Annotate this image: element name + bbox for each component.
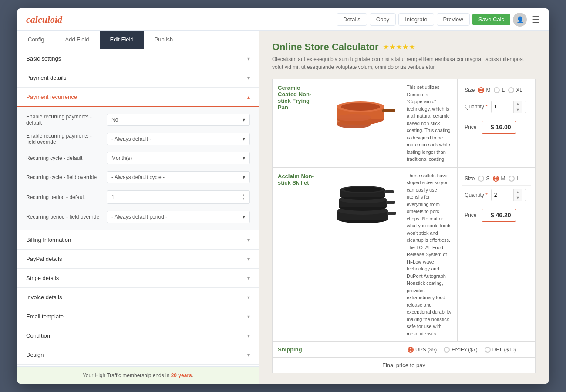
save-button[interactable]: Save Calc <box>472 14 510 25</box>
tab-bar: Config Add Field Edit Field Publish <box>17 31 259 49</box>
qty-field-1[interactable] <box>492 102 513 112</box>
accordion-header-stripe-details[interactable]: Stripe details ▾ <box>17 269 259 287</box>
accordion-label-invoice-details: Invoice details <box>26 294 62 301</box>
radio-s-2[interactable] <box>478 176 484 182</box>
product-table: Ceramic Coated Non-stick Frying Pan <box>272 79 536 373</box>
spinner-recurring-period: ▲ ▼ <box>242 193 245 201</box>
spinner-down[interactable]: ▼ <box>242 197 245 201</box>
tab-config[interactable]: Config <box>17 31 55 49</box>
size-option-l-1[interactable]: L <box>494 87 505 93</box>
radio-m-1[interactable] <box>478 87 484 93</box>
size-option-m-1[interactable]: M <box>478 87 490 93</box>
calc-title: Online Store Calculator ★★★★★ <box>272 41 536 53</box>
size-control-2: Size S M <box>462 172 531 186</box>
form-label-enable-recurring-override: Enable recurring payments - field overri… <box>26 133 102 145</box>
form-select-recurring-cycle-default[interactable]: Month(s) ▾ <box>107 152 250 164</box>
accordion-invoice-details: Invoice details ▾ <box>17 288 259 307</box>
accordion-label-paypal-details: PayPal details <box>26 256 62 262</box>
svg-point-20 <box>344 187 382 192</box>
product-desc-1: This set utilizes Concord's "Copperamic"… <box>402 79 457 168</box>
chevron-down-icon-3: ▾ <box>243 155 245 161</box>
accordion-header-invoice-details[interactable]: Invoice details ▾ <box>17 288 259 307</box>
radio-m-2[interactable] <box>493 176 499 182</box>
accordion-design: Design ▾ <box>17 345 259 365</box>
svg-rect-11 <box>387 212 396 215</box>
qty-field-2[interactable] <box>492 190 513 200</box>
qty-input-1[interactable]: ▲ ▼ <box>491 101 526 113</box>
chevron-down-icon-5: ▾ <box>243 214 245 220</box>
shipping-row: Shipping UPS ($5) FedEx ($7) <box>273 342 536 358</box>
size-option-s-2[interactable]: S <box>478 176 489 182</box>
accordion-header-design[interactable]: Design ▾ <box>17 345 259 364</box>
form-row-enable-recurring-override: Enable recurring payments - field overri… <box>17 129 259 149</box>
size-control-1: Size M L <box>462 84 531 97</box>
price-value-1: $ 16.00 <box>482 121 516 134</box>
shipping-dhl[interactable]: DHL ($10) <box>485 347 516 353</box>
accordion-label-stripe-details: Stripe details <box>26 275 59 281</box>
form-select-recurring-cycle-override[interactable]: - Always default cycle - ▾ <box>107 171 250 183</box>
integrate-button[interactable]: Integrate <box>398 13 434 26</box>
tab-edit-field[interactable]: Edit Field <box>100 31 144 49</box>
price-control-1: Price $ 16.00 <box>462 117 531 137</box>
qty-input-2[interactable]: ▲ ▼ <box>491 189 526 202</box>
qty-control-1: Quantity * ▲ ▼ <box>462 97 531 117</box>
product-row-1: Ceramic Coated Non-stick Frying Pan <box>273 79 536 168</box>
accordion-label-basic-settings: Basic settings <box>26 55 61 62</box>
product-desc-2: These skillets have sloped sides so you … <box>402 167 457 342</box>
accordion-header-email-template[interactable]: Email template ▾ <box>17 307 259 326</box>
accordion-arrow-stripe-details: ▾ <box>247 275 250 281</box>
chevron-down-icon: ▾ <box>243 117 245 123</box>
accordion-email-template: Email template ▾ <box>17 307 259 326</box>
preview-button[interactable]: Preview <box>437 13 470 26</box>
copy-button[interactable]: Copy <box>370 13 396 26</box>
radio-fedex[interactable] <box>444 347 450 353</box>
qty-spin-down-2[interactable]: ▼ <box>514 195 522 201</box>
radio-xl-1[interactable] <box>508 87 514 93</box>
accordion-label-design: Design <box>26 351 44 358</box>
spinner-up[interactable]: ▲ <box>242 193 245 197</box>
logo: calculoid <box>26 14 62 25</box>
tab-publish[interactable]: Publish <box>144 31 184 49</box>
accordion-list: Basic settings ▾ Payment details ▾ Payme… <box>17 49 259 366</box>
accordion-header-billing-information[interactable]: Billing Information ▾ <box>17 230 259 249</box>
radio-ups[interactable] <box>408 347 414 353</box>
accordion-arrow-billing-information: ▾ <box>247 237 250 243</box>
form-number-recurring-period-default[interactable]: 1 ▲ ▼ <box>107 190 250 204</box>
shipping-ups[interactable]: UPS ($5) <box>408 347 437 353</box>
form-label-enable-recurring-default: Enable recurring payments - default <box>26 114 102 126</box>
qty-spin-up-1[interactable]: ▲ <box>514 101 522 107</box>
product-image-2 <box>323 167 402 342</box>
shipping-fedex[interactable]: FedEx ($7) <box>444 347 477 353</box>
form-select-enable-recurring-default[interactable]: No ▾ <box>107 114 250 126</box>
radio-l-1[interactable] <box>494 87 500 93</box>
form-select-enable-recurring-override[interactable]: - Always default - ▾ <box>107 133 250 145</box>
accordion-header-payment-details[interactable]: Payment details ▾ <box>17 68 259 87</box>
radio-l-2[interactable] <box>509 176 515 182</box>
product-row-2: Acclaim Non-stick Skillet <box>273 167 536 342</box>
accordion-label-payment-recurrence: Payment recurrence <box>26 94 77 100</box>
details-button[interactable]: Details <box>337 13 367 26</box>
avatar[interactable]: 👤 <box>513 13 527 27</box>
qty-spin-down-1[interactable]: ▼ <box>514 107 522 113</box>
product-controls-1: Size M L <box>458 79 536 168</box>
size-option-m-2[interactable]: M <box>493 176 505 182</box>
qty-spin-up-2[interactable]: ▲ <box>514 189 522 196</box>
accordion-header-payment-recurrence[interactable]: Payment recurrence ▴ <box>17 88 259 107</box>
accordion-header-basic-settings[interactable]: Basic settings ▾ <box>17 49 259 68</box>
shipping-options: UPS ($5) FedEx ($7) DHL ($10) <box>408 347 530 353</box>
accordion-label-email-template: Email template <box>26 313 64 320</box>
size-option-l-2[interactable]: L <box>509 176 519 182</box>
accordion-header-paypal-details[interactable]: PayPal details ▾ <box>17 250 259 268</box>
radio-dhl[interactable] <box>485 347 491 353</box>
accordion-arrow-design: ▾ <box>247 352 250 358</box>
right-panel: Online Store Calculator ★★★★★ Olecatisim… <box>259 31 549 384</box>
size-option-xl-1[interactable]: XL <box>508 87 522 93</box>
product-controls-2: Size S M <box>458 167 536 342</box>
menu-icon[interactable]: ☰ <box>532 14 540 25</box>
tab-add-field[interactable]: Add Field <box>55 31 100 49</box>
accordion-arrow-email-template: ▾ <box>247 314 250 320</box>
accordion-header-condition[interactable]: Condition ▾ <box>17 326 259 345</box>
form-row-recurring-cycle-override: Recurring cycle - field override - Alway… <box>17 168 259 187</box>
bottom-bar: Your High Traffic membership ends in 20 … <box>17 366 259 384</box>
form-select-recurring-period-override[interactable]: - Always default period - ▾ <box>107 211 250 223</box>
